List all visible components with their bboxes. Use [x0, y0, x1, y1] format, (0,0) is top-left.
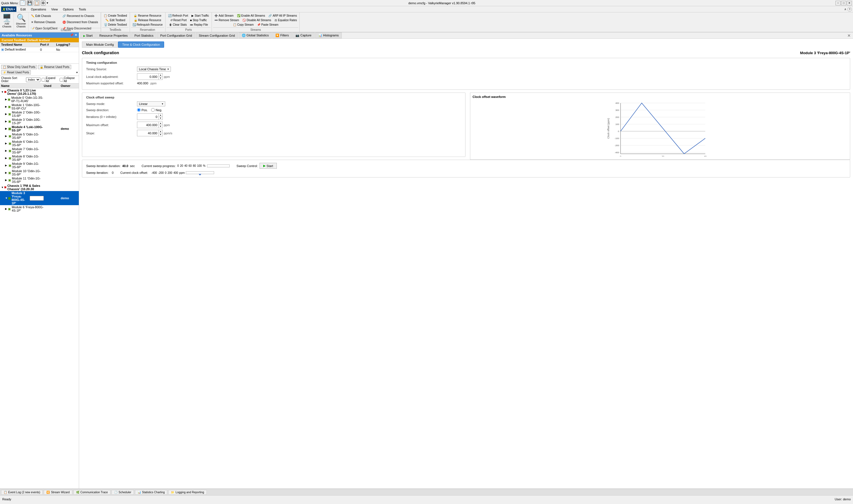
close-panel-icon[interactable]: ✕	[74, 33, 77, 37]
tree-expand-icon[interactable]: ▼	[1, 91, 4, 93]
tree-item[interactable]: ▶ ▣ Module 7 'Odin-1G-3S-6P'	[0, 147, 79, 155]
slope-input[interactable]	[137, 131, 158, 136]
sub-tab-main-module[interactable]: Main Module Config	[82, 41, 118, 48]
expand-all-checkbox[interactable]	[41, 78, 45, 82]
tree-expand-icon[interactable]: ▶	[5, 208, 7, 210]
bottom-tab-scheduler[interactable]: 🕐Scheduler	[111, 490, 134, 495]
tree-expand-icon[interactable]: ▶	[5, 120, 8, 123]
reserve-resource-button[interactable]: 🔒 Reserve Resource	[132, 14, 163, 18]
tree-expand-icon[interactable]: ▶	[5, 157, 8, 159]
reconnect-chassis-button[interactable]: 🔗 Reconnect to Chassis	[61, 14, 100, 18]
iter-up-icon[interactable]: ▲	[159, 114, 162, 117]
refresh-port-button[interactable]: 🔄Refresh Port	[167, 14, 190, 18]
bottom-tab-event-log-(2-new-eve[interactable]: 📋Event Log (2 new events)	[1, 490, 43, 495]
relinquish-resource-button[interactable]: ↩️ Relinquish Resource	[131, 22, 164, 27]
timing-source-dropdown[interactable]: Local Chassis Time ▾	[137, 67, 171, 72]
tree-item[interactable]: ▶ ▣ Module 1 'Odin-10G-5S-6P-CU'	[0, 103, 79, 110]
start-sweep-button[interactable]: ▶ Start	[260, 163, 277, 169]
tab-global-statistics[interactable]: 🌐 Global Statistics	[239, 33, 272, 38]
tab-port-statistics[interactable]: Port Statistics	[131, 33, 156, 38]
testbed-row[interactable]: ▣ Default testbed 0No	[0, 47, 79, 52]
neg-radio[interactable]	[151, 108, 155, 112]
max-offset-sweep-input[interactable]	[137, 123, 158, 127]
tree-expand-icon[interactable]: ▶	[5, 164, 8, 167]
pin-icon[interactable]: 📌	[70, 33, 74, 37]
disconnect-chassis-button[interactable]: ⛔ Disconnect from Chassis	[61, 20, 100, 24]
tree-expand-icon[interactable]: ▶	[5, 179, 8, 181]
tab-capture[interactable]: 📷 Capture	[292, 33, 314, 38]
tree-item[interactable]: ▶ ▣ Module 6 'Odin-1G-3S-6P'	[0, 140, 79, 147]
tree-expand-icon[interactable]: ▶	[5, 105, 7, 108]
qm-btn1[interactable]: 📄	[20, 0, 26, 6]
tree-item[interactable]: ▶ ▣ Module 2 'Odin-10G-1S-6P'	[0, 110, 79, 118]
local-clock-adj-input[interactable]	[137, 74, 158, 79]
tree-expand-icon[interactable]: ▼	[1, 186, 4, 189]
equalize-rates-button[interactable]: ⚖Equalize Rates	[273, 18, 298, 22]
start-traffic-button[interactable]: ▶Start Traffic	[190, 14, 210, 18]
replay-file-button[interactable]: ⏮Replay File	[189, 22, 209, 27]
menu-view[interactable]: View	[49, 7, 60, 12]
tree-item[interactable]: ▶ ▣ Module 10 'Odin-1G-3S-6P'	[0, 169, 79, 176]
tab-port-config-grid[interactable]: Port Configuration Grid	[157, 33, 195, 38]
tree-expand-icon[interactable]: ▶	[5, 171, 8, 174]
qm-btn4[interactable]: ⚙	[41, 0, 46, 6]
arp-all-ip-button[interactable]: 🔗ARP All IP Streams	[267, 14, 298, 18]
tree-item[interactable]: ▶ ▣ Module 8 'Odin-1G-3S-6P'	[0, 155, 79, 162]
max-offset-up-icon[interactable]: ▲	[159, 122, 162, 125]
delete-testbed-button[interactable]: 🗑️ Delete Testbed	[103, 22, 128, 27]
help-icon[interactable]: ?	[847, 7, 852, 12]
qm-btn2[interactable]: 💾	[27, 0, 33, 6]
sweep-mode-dropdown[interactable]: Linear ▾	[137, 101, 165, 106]
tree-item[interactable]: ▶ ▣ Module 5 'Odin-1G-3S-6P'	[0, 132, 79, 140]
stop-traffic-button[interactable]: ■Stop Traffic	[189, 18, 208, 22]
tree-item[interactable]: ▼ ✖ Chassis 1 'PM & Sales Chassis' (10.2…	[0, 184, 79, 191]
expand-arrow[interactable]: ▾	[76, 71, 78, 74]
xena-logo[interactable]: X ENA ▾	[1, 6, 16, 12]
edit-testbed-button[interactable]: ✏️ Edit Testbed	[104, 18, 126, 22]
tree-expand-icon[interactable]: ▶	[5, 113, 8, 115]
disable-all-streams-button[interactable]: 🚫Disable All Streams	[241, 18, 273, 22]
tab-filters[interactable]: 🔽 Filters	[272, 33, 292, 38]
maximize-button[interactable]: □	[841, 1, 846, 5]
tab-close-icon[interactable]: ✕	[846, 33, 852, 38]
tree-expand-icon[interactable]: ▶	[5, 142, 8, 145]
tree-item[interactable]: ▼ ▣ Module 3 'Freya-800G-4S-1P' demo	[0, 191, 79, 205]
create-testbed-button[interactable]: 📋 Create Testbed	[102, 14, 128, 18]
tree-expand-icon[interactable]: ▶	[5, 149, 8, 152]
tree-item[interactable]: ▼ ✖ Chassis 0 'L23 Live Demo' (10.20.1.1…	[0, 88, 79, 96]
sub-tab-time-clock[interactable]: Time & Clock Configuration	[118, 41, 164, 48]
tab-start[interactable]: Start	[80, 33, 96, 38]
minimize-button[interactable]: ─	[835, 1, 840, 5]
clear-stats-button[interactable]: 🗑Clear Stats	[168, 22, 188, 27]
spin-down-icon[interactable]: ▼	[159, 77, 162, 79]
close-button[interactable]: ✕	[847, 1, 852, 5]
spin-up-icon[interactable]: ▲	[159, 74, 162, 77]
menu-operations[interactable]: Operations	[29, 7, 48, 12]
tree-item[interactable]: ▶ ▣ Module 0 'Odin-1G-3S-6P-T1-RJ45'	[0, 96, 79, 103]
iterations-input[interactable]	[137, 114, 158, 119]
tree-item[interactable]: ▶ ▣ Module 6 'Freya-800G-4S-1P'	[0, 205, 79, 213]
help-expand-icon[interactable]: ∧	[844, 7, 846, 11]
pos-radio[interactable]	[137, 108, 141, 112]
tree-item[interactable]: ▶ ▣ Module 11 'Odin-1G-3S-6P'	[0, 176, 79, 184]
tab-histograms[interactable]: 📊 Histograms	[315, 33, 342, 38]
collapse-all-checkbox[interactable]	[59, 78, 63, 82]
remove-stream-button[interactable]: ➖Remove Stream	[213, 18, 240, 22]
paste-stream-button[interactable]: 📌Paste Stream	[256, 22, 280, 27]
bottom-tab-statistics-charting[interactable]: 📊Statistics Charting	[135, 490, 168, 495]
neg-radio-item[interactable]: Neg.	[151, 108, 162, 112]
max-offset-down-icon[interactable]: ▼	[159, 125, 162, 128]
tab-stream-config-grid[interactable]: Stream Configuration Grid	[196, 33, 238, 38]
tab-resource-properties[interactable]: Resource Properties	[96, 33, 131, 38]
reset-used-ports-button[interactable]: ⚡ Reset Used Ports	[1, 70, 31, 74]
tree-item[interactable]: ▶ ▣ Module 3 'Odin-10G-1S-2P'	[0, 118, 79, 125]
show-only-used-ports-button[interactable]: 📋 Show Only Used Ports	[1, 65, 37, 69]
remove-chassis-button[interactable]: ✕ Remove Chassis	[30, 20, 59, 24]
pos-radio-item[interactable]: Pos.	[137, 108, 148, 112]
menu-tools[interactable]: Tools	[76, 7, 88, 12]
discover-chassis-label[interactable]: DiscoverChassis	[16, 22, 26, 28]
release-resource-button[interactable]: 🔓 Release Resource	[133, 18, 163, 22]
tree-item[interactable]: ▶ ▣ Module 4 'Loki-100G-5S-1P' demo	[0, 125, 79, 132]
tree-expand-icon[interactable]: ▶	[5, 134, 8, 138]
tree-item-rename-input[interactable]	[30, 196, 44, 201]
